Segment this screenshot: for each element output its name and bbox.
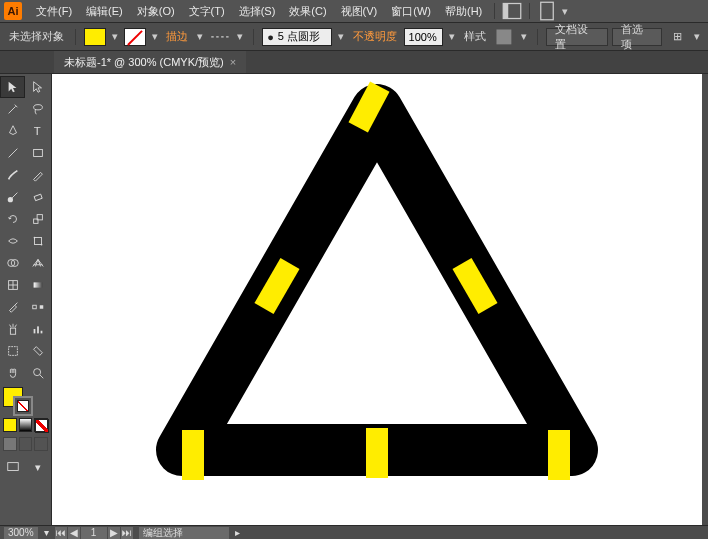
pencil-tool[interactable] (25, 164, 50, 186)
stroke-dash-icon[interactable] (209, 27, 231, 47)
separator (537, 29, 538, 45)
options-bar: 未选择对象 ▾ ▾ 描边 ▾ ▾ ● ▾ 不透明度 ▾ 样式 ▾ 文档设置 首选… (0, 23, 708, 51)
app-logo: Ai (4, 2, 22, 20)
blend-tool[interactable] (25, 296, 50, 318)
fill-swatch[interactable] (84, 28, 106, 46)
menu-window[interactable]: 窗口(W) (385, 1, 437, 22)
stroke-color[interactable] (13, 396, 33, 416)
svg-rect-21 (33, 282, 42, 287)
mesh-tool[interactable] (0, 274, 25, 296)
brush-field[interactable]: ● (262, 28, 331, 46)
width-tool[interactable] (0, 230, 25, 252)
column-graph-tool[interactable] (25, 318, 50, 340)
artboard[interactable] (52, 74, 702, 525)
preferences-button[interactable]: 首选项 (612, 28, 663, 46)
svg-rect-25 (33, 329, 35, 333)
profile-dropdown[interactable]: ▾ (235, 28, 245, 46)
status-bar: 300% ▾ ⏮ ◀ 1 ▶ ⏭ 编组选择 ▸ (0, 525, 708, 539)
draw-normal[interactable] (3, 437, 17, 451)
scale-tool[interactable] (25, 208, 50, 230)
drawing-modes (0, 434, 51, 454)
rotate-tool[interactable] (0, 208, 25, 230)
opacity-label[interactable]: 不透明度 (350, 29, 400, 44)
lasso-tool[interactable] (25, 98, 50, 120)
menu-help[interactable]: 帮助(H) (439, 1, 488, 22)
stroke-label[interactable]: 描边 (163, 29, 191, 44)
svg-line-7 (8, 149, 17, 158)
free-transform-tool[interactable] (25, 230, 50, 252)
layout-icon[interactable] (501, 1, 523, 21)
paintbrush-tool[interactable] (0, 164, 25, 186)
type-tool[interactable]: T (25, 120, 50, 142)
opacity-dropdown[interactable]: ▾ (447, 28, 457, 46)
tab-title: 未标题-1* @ 300% (CMYK/预览) (64, 55, 224, 70)
selection-tool[interactable] (0, 76, 25, 98)
zoom-tool[interactable] (25, 362, 50, 384)
zoom-dropdown[interactable]: ▾ (44, 527, 49, 538)
doc-setup-button[interactable]: 文档设置 (546, 28, 608, 46)
screen-mode[interactable] (0, 456, 25, 478)
canvas-area[interactable] (52, 74, 708, 525)
menu-type[interactable]: 文字(T) (183, 1, 231, 22)
dropdown-icon[interactable]: ▾ (560, 2, 570, 20)
brush-input[interactable] (278, 31, 327, 43)
menu-view[interactable]: 视图(V) (335, 1, 384, 22)
brush-dropdown[interactable]: ▾ (336, 28, 346, 46)
menu-file[interactable]: 文件(F) (30, 1, 78, 22)
symbol-sprayer-tool[interactable] (0, 318, 25, 340)
stroke-swatch[interactable] (124, 28, 146, 46)
opacity-input[interactable] (409, 31, 439, 43)
color-solid[interactable] (3, 418, 17, 432)
color-none[interactable] (34, 418, 48, 432)
nav-next[interactable]: ▶ (108, 527, 120, 539)
fill-dropdown[interactable]: ▾ (110, 28, 120, 46)
color-gradient[interactable] (19, 418, 33, 432)
direct-selection-tool[interactable] (25, 76, 50, 98)
style-swatch[interactable] (493, 27, 515, 47)
stroke-dropdown[interactable]: ▾ (150, 28, 160, 46)
draw-inside[interactable] (34, 437, 48, 451)
rectangle-tool[interactable] (25, 142, 50, 164)
stroke-weight-dropdown[interactable]: ▾ (195, 28, 205, 46)
artboard-number[interactable]: 1 (81, 527, 107, 539)
nav-prev[interactable]: ◀ (68, 527, 80, 539)
close-tab-icon[interactable]: × (230, 56, 236, 68)
svg-rect-36 (366, 428, 388, 478)
align-icon[interactable]: ⊞ (666, 27, 688, 47)
svg-rect-31 (7, 463, 18, 471)
menu-select[interactable]: 选择(S) (233, 1, 282, 22)
svg-rect-23 (39, 305, 43, 309)
magic-wand-tool[interactable] (0, 98, 25, 120)
svg-line-30 (39, 375, 43, 379)
doc-icon[interactable] (536, 1, 558, 21)
blob-brush-tool[interactable] (0, 186, 25, 208)
pen-tool[interactable] (0, 120, 25, 142)
zoom-field[interactable]: 300% (4, 527, 38, 539)
menu-effect[interactable]: 效果(C) (283, 1, 332, 22)
gradient-tool[interactable] (25, 274, 50, 296)
hand-tool[interactable] (0, 362, 25, 384)
line-tool[interactable] (0, 142, 25, 164)
style-dropdown[interactable]: ▾ (519, 28, 529, 46)
artboard-tool[interactable] (0, 340, 25, 362)
style-label[interactable]: 样式 (461, 29, 489, 44)
svg-rect-2 (541, 2, 554, 20)
eyedropper-tool[interactable] (0, 296, 25, 318)
opacity-field[interactable] (404, 28, 444, 46)
artwork-triangle[interactable] (142, 70, 612, 510)
svg-text:T: T (33, 125, 40, 137)
status-dropdown[interactable]: ▸ (235, 527, 240, 538)
draw-behind[interactable] (19, 437, 33, 451)
shape-builder-tool[interactable] (0, 252, 25, 274)
nav-first[interactable]: ⏮ (55, 527, 67, 539)
slice-tool[interactable] (25, 340, 50, 362)
eraser-tool[interactable] (25, 186, 50, 208)
nav-last[interactable]: ⏭ (121, 527, 133, 539)
status-mode[interactable]: 编组选择 (139, 527, 229, 539)
menu-edit[interactable]: 编辑(E) (80, 1, 129, 22)
screen-mode-dropdown[interactable]: ▾ (25, 456, 50, 478)
perspective-grid-tool[interactable] (25, 252, 50, 274)
menu-object[interactable]: 对象(O) (131, 1, 181, 22)
align-dropdown[interactable]: ▾ (692, 28, 702, 46)
selection-status: 未选择对象 (6, 29, 67, 44)
